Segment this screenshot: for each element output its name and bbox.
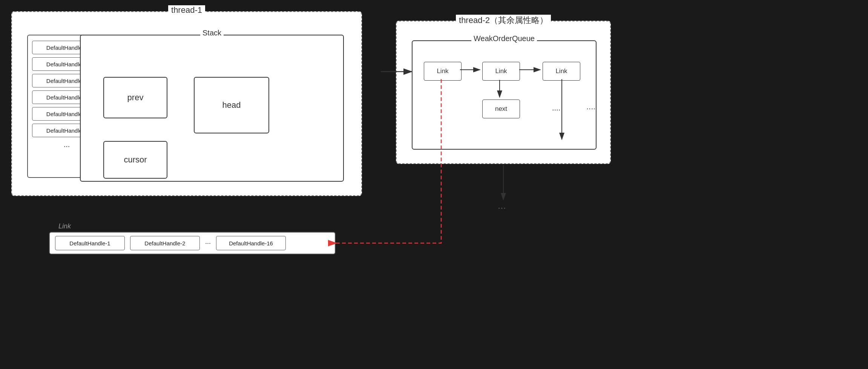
stack-label: Stack	[200, 29, 224, 37]
next-label: next	[495, 105, 507, 113]
bottom-handle-1: DefaultHandle-1	[55, 236, 125, 250]
woq-link1-label: Link	[437, 67, 448, 75]
diagram-container: thread-1 DefaultHandle-1 DefaultHandle-2…	[0, 0, 868, 369]
bottom-ellipsis: ···	[205, 239, 211, 247]
bottom-handle-2: DefaultHandle-2	[130, 236, 200, 250]
prev-label: prev	[127, 93, 144, 103]
woq-link3: Link	[543, 62, 580, 81]
handles-ellipsis: ···	[64, 142, 70, 150]
woq-label: WeakOrderQueue	[471, 34, 537, 43]
woq-link2: Link	[482, 62, 520, 81]
thread2-label: thread-2（其余属性略）	[456, 15, 551, 26]
stack-box: Stack prev head cursor	[80, 35, 344, 182]
cursor-box: cursor	[103, 141, 167, 179]
bottom-handle-16: DefaultHandle-16	[216, 236, 286, 250]
woq-link2-label: Link	[495, 67, 507, 75]
woq-link3-label: Link	[555, 67, 567, 75]
bottom-link-box: DefaultHandle-1 DefaultHandle-2 ··· Defa…	[49, 232, 336, 254]
woq-link1: Link	[424, 62, 462, 81]
cursor-label: cursor	[124, 155, 147, 165]
woq-dots: ····	[552, 105, 560, 114]
thread1-box: thread-1 DefaultHandle-1 DefaultHandle-2…	[11, 11, 362, 196]
thread2-box: thread-2（其余属性略） WeakOrderQueue Link Link…	[396, 21, 611, 164]
next-box: next	[482, 100, 520, 118]
thread1-label: thread-1	[168, 5, 205, 15]
prev-box: prev	[103, 77, 167, 118]
woq-box: WeakOrderQueue Link Link Link next ····	[412, 40, 597, 150]
bottom-link-label: Link	[58, 222, 71, 230]
head-label: head	[222, 100, 241, 110]
head-box: head	[194, 77, 269, 133]
bottom-ellipsis-text: ···	[498, 202, 506, 213]
